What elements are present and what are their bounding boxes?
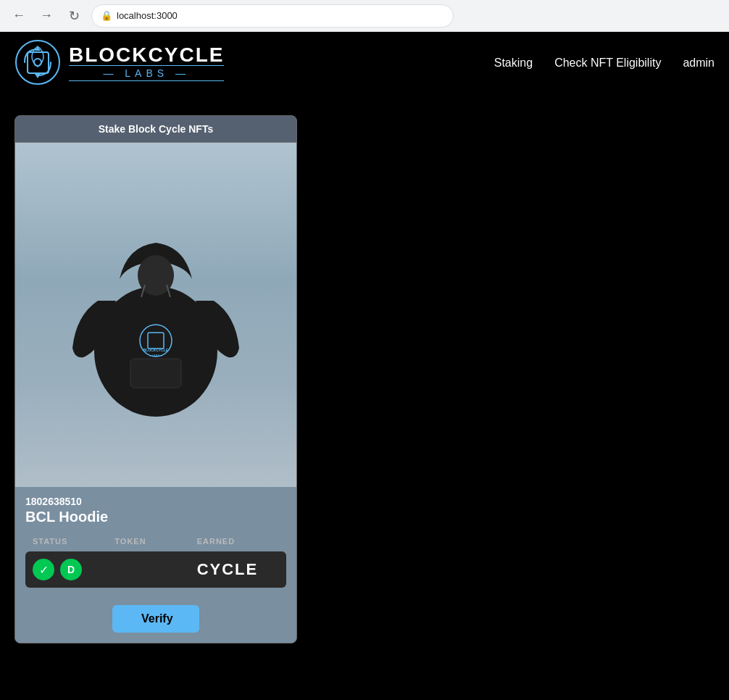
- nav-admin[interactable]: admin: [683, 57, 715, 70]
- card-header: Stake Block Cycle NFTs: [15, 116, 296, 143]
- verify-section: Verify: [15, 595, 296, 643]
- address-bar[interactable]: 🔒 localhost:3000: [91, 4, 454, 28]
- card-info: 1802638510 BCL Hoodie STATUS TOKEN EARNE…: [15, 487, 296, 595]
- svg-text:BLOCKCYCLE: BLOCKCYCLE: [143, 348, 169, 352]
- verify-button[interactable]: Verify: [112, 605, 199, 633]
- nav-staking[interactable]: Staking: [494, 57, 533, 70]
- d-badge: D: [60, 559, 82, 580]
- status-row: ✓ D CYCLE: [25, 551, 286, 588]
- hoodie-svg: BLOCKCYCLE —LABS—: [62, 207, 250, 424]
- main-content: Stake Block Cycle NFTs: [0, 93, 729, 665]
- back-button[interactable]: ←: [9, 6, 29, 26]
- nft-name: BCL Hoodie: [25, 509, 286, 525]
- svg-rect-7: [130, 359, 181, 388]
- logo-area: BLOCKCYCLE — LABS —: [14, 39, 224, 86]
- cycle-text: CYCLE: [197, 560, 279, 579]
- logo-text: BLOCKCYCLE — LABS —: [69, 45, 224, 81]
- header: BLOCKCYCLE — LABS — Staking Check NFT El…: [0, 32, 729, 93]
- svg-marker-4: [35, 74, 41, 78]
- table-headers: STATUS TOKEN EARNED: [25, 534, 286, 549]
- nav-links: Staking Check NFT Eligibility admin: [494, 57, 715, 70]
- nft-card: Stake Block Cycle NFTs: [14, 115, 297, 643]
- nav-check-nft[interactable]: Check NFT Eligibility: [554, 57, 661, 70]
- browser-chrome: ← → ↻ 🔒 localhost:3000: [0, 0, 729, 32]
- svg-text:—LABS—: —LABS—: [149, 354, 162, 357]
- refresh-button[interactable]: ↻: [64, 6, 84, 26]
- app-container: BLOCKCYCLE — LABS — Staking Check NFT El…: [0, 32, 729, 700]
- token-id: 1802638510: [25, 496, 286, 507]
- svg-point-2: [34, 59, 41, 66]
- status-cell: ✓ D: [33, 559, 114, 580]
- lock-icon: 🔒: [101, 10, 112, 21]
- logo-title: BLOCKCYCLE: [69, 45, 224, 65]
- header-earned: EARNED: [197, 537, 279, 546]
- header-status: STATUS: [33, 537, 114, 546]
- url-text: localhost:3000: [117, 10, 178, 21]
- svg-rect-1: [28, 52, 49, 73]
- logo-subtitle: — LABS —: [69, 65, 224, 81]
- forward-button[interactable]: →: [36, 6, 57, 26]
- check-icon: ✓: [33, 559, 54, 580]
- header-token: TOKEN: [114, 537, 196, 546]
- logo-icon: [14, 39, 62, 86]
- nft-image-container: BLOCKCYCLE —LABS—: [15, 143, 296, 487]
